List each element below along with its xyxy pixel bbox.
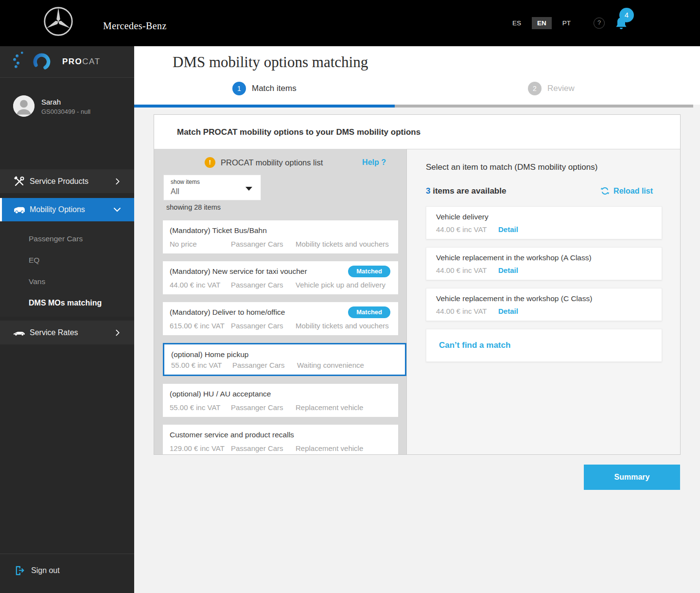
list-item[interactable]: (optional) HU / AU acceptance 55.00 € in… bbox=[163, 384, 398, 417]
progress-bar-track bbox=[395, 105, 693, 108]
step-2-number: 2 bbox=[528, 82, 542, 95]
sign-out-button[interactable]: Sign out bbox=[0, 560, 134, 581]
item-type: Replacement vehicle bbox=[296, 403, 363, 412]
match-card-title: Match PROCAT mobility options to your DM… bbox=[177, 127, 420, 137]
detail-link[interactable]: Detail bbox=[498, 225, 518, 234]
step-review[interactable]: 2 Review bbox=[528, 82, 575, 95]
list-item[interactable]: Vehicle delivery 44.00 € inc VATDetail bbox=[426, 206, 662, 239]
help-icon[interactable]: ? bbox=[594, 18, 605, 29]
item-type: Replacement vehicle bbox=[296, 444, 363, 452]
item-category: Passanger Cars bbox=[232, 361, 297, 369]
van-icon bbox=[13, 206, 26, 214]
dms-options-list: Vehicle delivery 44.00 € inc VATDetail V… bbox=[426, 206, 662, 362]
sidebar-item-vans[interactable]: Vans bbox=[0, 271, 134, 292]
caret-down-icon bbox=[245, 187, 252, 191]
sidebar-item-mobility-options[interactable]: Mobility Options bbox=[0, 198, 134, 221]
lang-en-active[interactable]: EN bbox=[532, 17, 552, 29]
items-available-text: 3 items are available bbox=[426, 186, 506, 196]
item-type: Mobility tickets and vouchers bbox=[296, 240, 389, 248]
lang-pt[interactable]: PT bbox=[560, 17, 574, 29]
list-item[interactable]: Vehicle replacement in the workshop (C C… bbox=[426, 288, 662, 321]
item-price: 615.00 € inc VAT bbox=[170, 322, 231, 330]
procat-logo-text: PROCAT bbox=[62, 57, 101, 67]
item-type: Vehicle pick up and delivery bbox=[296, 281, 385, 289]
list-item-selected[interactable]: (optional) Home pickup 55.00 € inc VATPa… bbox=[163, 343, 406, 376]
cant-find-match-button[interactable]: Can’t find a match bbox=[426, 329, 662, 362]
item-category: Passanger Cars bbox=[231, 322, 296, 330]
item-category: Passanger Cars bbox=[231, 403, 296, 412]
procat-logo: PROCAT bbox=[0, 46, 134, 78]
sidebar-divider bbox=[0, 554, 134, 554]
sidebar-item-eq[interactable]: EQ bbox=[0, 250, 134, 271]
item-price: 55.00 € inc VAT bbox=[170, 403, 231, 412]
reload-icon bbox=[600, 186, 610, 196]
procat-list-title: PROCAT mobility options list bbox=[221, 158, 323, 167]
showing-count-text: showing 28 items bbox=[166, 203, 221, 211]
item-price: No price bbox=[170, 240, 231, 248]
item-price: 55.00 € inc VAT bbox=[171, 361, 232, 369]
matched-badge: Matched bbox=[348, 266, 390, 277]
item-price: 44.00 € inc VAT bbox=[170, 281, 231, 289]
match-card: Match PROCAT mobility options to your DM… bbox=[154, 114, 681, 455]
item-category: Passanger Cars bbox=[231, 444, 296, 452]
user-name: Sarah bbox=[41, 98, 61, 106]
item-price: 129.00 € inc VAT bbox=[170, 444, 231, 452]
list-item[interactable]: (Mandatory) Deliver to home/office Match… bbox=[163, 302, 398, 335]
summary-button[interactable]: Summary bbox=[584, 465, 680, 490]
language-switcher: ES EN PT bbox=[509, 17, 574, 29]
dms-panel-title: Select an item to match (DMS mobility op… bbox=[426, 162, 597, 172]
step-1-number: 1 bbox=[232, 82, 246, 95]
dms-options-panel: Select an item to match (DMS mobility op… bbox=[406, 149, 680, 454]
list-item[interactable]: Customer service and product recalls 129… bbox=[163, 425, 398, 454]
lang-es[interactable]: ES bbox=[509, 17, 524, 29]
sidebar-item-dms-mos-matching[interactable]: DMS MOs matching bbox=[0, 292, 134, 314]
procat-options-panel: ! PROCAT mobility options list Help ? sh… bbox=[154, 149, 406, 454]
item-type: Mobility tickets and vouchers bbox=[296, 322, 389, 330]
procat-options-list: (Mandatory) Ticket Bus/Bahn No pricePass… bbox=[163, 220, 406, 454]
procat-wrench-icon bbox=[13, 51, 58, 73]
chevron-right-icon bbox=[114, 178, 122, 185]
notification-count-badge: 4 bbox=[619, 8, 634, 22]
avatar bbox=[13, 95, 35, 117]
user-id: GS0030499 - null bbox=[41, 108, 90, 115]
item-category: Passanger Cars bbox=[231, 281, 296, 289]
item-category: Passanger Cars bbox=[231, 240, 296, 248]
list-item[interactable]: (Mandatory) New service for taxi voucher… bbox=[163, 261, 398, 294]
detail-link[interactable]: Detail bbox=[498, 307, 518, 315]
item-type: Waiting convenience bbox=[297, 361, 364, 369]
sidebar-item-service-products[interactable]: Service Products bbox=[0, 169, 134, 193]
sidebar-item-service-rates[interactable]: Service Rates bbox=[0, 321, 134, 344]
help-link[interactable]: Help ? bbox=[362, 158, 386, 167]
mobility-options-submenu: Passenger Cars EQ Vans DMS MOs matching bbox=[0, 221, 134, 317]
list-item[interactable]: Vehicle replacement in the workshop (A C… bbox=[426, 247, 662, 280]
match-card-header: Match PROCAT mobility options to your DM… bbox=[154, 115, 680, 149]
show-items-value: All bbox=[171, 187, 179, 196]
chevron-right-icon bbox=[114, 329, 122, 337]
sign-out-icon bbox=[15, 565, 25, 576]
warning-icon: ! bbox=[205, 157, 215, 168]
matched-badge: Matched bbox=[348, 306, 390, 318]
item-price: 44.00 € inc VAT bbox=[436, 307, 498, 315]
brand-wordmark: Mercedes-Benz bbox=[103, 20, 167, 32]
tools-icon bbox=[13, 176, 26, 187]
detail-link[interactable]: Detail bbox=[498, 266, 518, 274]
sidebar-item-passenger-cars[interactable]: Passenger Cars bbox=[0, 228, 134, 250]
step-match-items[interactable]: 1 Match items bbox=[232, 82, 297, 95]
mercedes-star-icon bbox=[43, 6, 74, 39]
item-price: 44.00 € inc VAT bbox=[436, 225, 498, 234]
reload-list-button[interactable]: Reload list bbox=[600, 186, 653, 196]
show-items-dropdown[interactable]: show items All bbox=[163, 175, 261, 200]
top-header-bar: Mercedes-Benz ES EN PT ? 4 bbox=[0, 0, 700, 46]
item-price: 44.00 € inc VAT bbox=[436, 266, 498, 274]
list-item[interactable]: (Mandatory) Ticket Bus/Bahn No pricePass… bbox=[163, 220, 398, 253]
chevron-down-icon bbox=[113, 205, 122, 214]
progress-bar-active bbox=[134, 105, 395, 108]
sidebar: PROCAT Sarah GS0030499 - null Service Pr… bbox=[0, 46, 134, 593]
page-title: DMS mobility options matching bbox=[173, 54, 368, 71]
car-icon bbox=[13, 329, 26, 336]
